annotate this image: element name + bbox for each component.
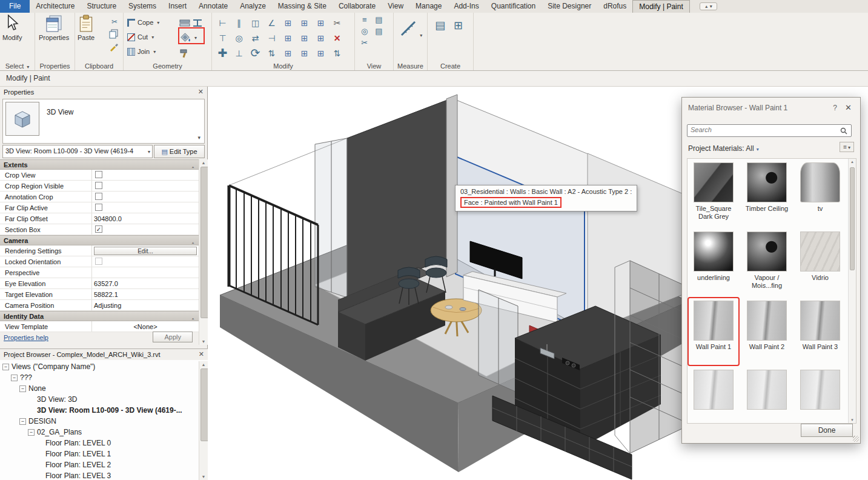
- measure-arrows-icon[interactable]: ⇅: [329, 48, 345, 58]
- tab-site-designer[interactable]: Site Designer: [542, 0, 597, 13]
- mirror-icon[interactable]: ◫: [247, 18, 263, 28]
- material-timber-ceiling[interactable]: Timber Ceiling: [743, 162, 790, 213]
- thin-lines-icon[interactable]: ≡: [361, 15, 368, 24]
- far-clip-offset-value[interactable]: 304800.0: [92, 213, 199, 224]
- scroll-down-icon[interactable]: ▼: [849, 418, 856, 422]
- annotation-crop-checkbox[interactable]: [95, 193, 102, 200]
- material-search-input[interactable]: [691, 126, 836, 133]
- glass-door[interactable]: [479, 290, 518, 393]
- paint-button[interactable]: ▾: [179, 30, 211, 45]
- swap-icon[interactable]: ⇄: [247, 33, 263, 43]
- scroll-down-icon[interactable]: ▼: [199, 339, 208, 344]
- join-geometry-button[interactable]: Join▾: [127, 44, 159, 59]
- group-extents[interactable]: Extents: [0, 159, 199, 170]
- project-browser-scrollbar[interactable]: ▲ ▼: [199, 361, 208, 480]
- tree-item-views[interactable]: −Views ("Company Name"): [0, 361, 199, 372]
- view-selector-combo[interactable]: 3D View: Room L10-009 - 3D View (4619-4 …: [2, 145, 153, 158]
- type-selector[interactable]: 3D View ▾: [2, 99, 205, 144]
- split-element-icon[interactable]: ✂: [329, 18, 345, 28]
- tab-add-ins[interactable]: Add-Ins: [448, 0, 485, 13]
- materials-scrollbar[interactable]: ▲ ▼: [848, 159, 856, 423]
- window-list-icon[interactable]: ▤: [375, 27, 382, 36]
- offset-lines-icon[interactable]: ∥: [231, 18, 247, 28]
- move-icon[interactable]: ✚: [214, 46, 231, 60]
- properties-close-icon[interactable]: ✕: [198, 88, 204, 96]
- delete-icon[interactable]: ✕: [329, 33, 345, 43]
- material-tv[interactable]: tv: [797, 162, 844, 213]
- far-clip-active-checkbox[interactable]: [95, 204, 102, 211]
- tab-drofus[interactable]: dRofus: [597, 0, 632, 13]
- array-icon[interactable]: ⊞: [280, 18, 296, 28]
- tab-structure[interactable]: Structure: [81, 0, 122, 13]
- scroll-up-icon[interactable]: ▲: [849, 160, 856, 164]
- tab-modify-paint[interactable]: Modify | Paint: [632, 0, 689, 13]
- target-elevation-value[interactable]: 58822.1: [92, 289, 199, 299]
- match-type-brush-icon[interactable]: [109, 42, 119, 52]
- tree-item-ga-plans[interactable]: −02_GA_Plans: [0, 427, 199, 438]
- tree-item-floor-plan-level3[interactable]: Floor Plan: LEVEL 3: [0, 470, 199, 480]
- pin-icon[interactable]: ⊥: [231, 48, 247, 58]
- align-arrows-icon[interactable]: ⇅: [263, 48, 280, 58]
- tree-item-unknown[interactable]: −???: [0, 372, 199, 383]
- material-partial-1[interactable]: [690, 370, 737, 412]
- material-vapour-moisture[interactable]: Vapour / Mois...fing: [743, 232, 790, 290]
- copy-array-icon[interactable]: ⊞: [313, 18, 329, 28]
- offset-icon[interactable]: ◎: [231, 33, 247, 43]
- measure-button[interactable]: ▾: [400, 20, 422, 39]
- cope-button[interactable]: Cope▾: [127, 15, 159, 30]
- cut-profile-icon[interactable]: ✂: [361, 38, 368, 47]
- rotate-icon[interactable]: ⟳: [247, 46, 263, 60]
- tree-item-design[interactable]: −DESIGN: [0, 416, 199, 427]
- tab-quantification[interactable]: Quantification: [485, 0, 542, 13]
- tab-manage[interactable]: Manage: [409, 0, 448, 13]
- collapse-icon[interactable]: −: [28, 429, 35, 436]
- scroll-up-icon[interactable]: ▲: [199, 362, 208, 367]
- collapse-icon[interactable]: −: [19, 385, 26, 392]
- properties-help-link[interactable]: Properties help: [4, 334, 48, 341]
- group-icon[interactable]: ⊞: [296, 18, 313, 28]
- done-button[interactable]: Done: [801, 424, 853, 437]
- select-panel-label[interactable]: Select ▾: [0, 62, 35, 70]
- dialog-help-icon[interactable]: ?: [833, 104, 837, 112]
- tab-massing-site[interactable]: Massing & Site: [272, 0, 333, 13]
- array-row-icon[interactable]: ⊞: [280, 48, 296, 58]
- material-wall-paint-3[interactable]: Wall Paint 3: [797, 301, 844, 351]
- scale-grid-icon[interactable]: ⊞: [313, 33, 329, 43]
- project-materials-filter[interactable]: Project Materials: All▾: [688, 144, 759, 153]
- material-vidrio[interactable]: Vidrio: [797, 232, 844, 282]
- material-wall-paint-1[interactable]: Wall Paint 1: [690, 301, 737, 351]
- tree-item-3d-view-3d[interactable]: 3D View: 3D: [0, 394, 199, 405]
- section-box-checkbox[interactable]: ✓: [95, 225, 102, 233]
- window-tile-icon[interactable]: ▤: [375, 15, 382, 24]
- properties-toggle-button[interactable]: Properties: [39, 15, 69, 41]
- beam-joins-icon[interactable]: [192, 18, 203, 28]
- tab-architecture[interactable]: Architecture: [30, 0, 81, 13]
- cut-to-clipboard-icon[interactable]: ✂: [109, 18, 120, 26]
- ungroup-icon[interactable]: ⊞: [313, 48, 329, 58]
- collapse-icon[interactable]: −: [19, 418, 26, 425]
- material-partial-3[interactable]: [797, 370, 844, 412]
- scroll-up-icon[interactable]: ▲: [199, 161, 208, 165]
- apply-button[interactable]: Apply: [153, 332, 193, 342]
- project-browser-close-icon[interactable]: ✕: [199, 350, 204, 358]
- crop-region-visible-checkbox[interactable]: [95, 182, 102, 189]
- dialog-resize-grip[interactable]: [853, 436, 859, 442]
- tab-insert[interactable]: Insert: [162, 0, 193, 13]
- collapse-icon[interactable]: −: [2, 364, 9, 370]
- edit-type-button[interactable]: ▤ Edit Type: [154, 145, 205, 158]
- view-options-button[interactable]: ≡▾: [840, 142, 854, 152]
- materials-scrollbar-thumb[interactable]: [850, 167, 855, 270]
- ribbon-display-toggle[interactable]: ▲▾: [700, 2, 717, 10]
- scroll-down-icon[interactable]: ▼: [199, 475, 208, 479]
- group-identity-data[interactable]: Identity Data: [0, 311, 199, 321]
- crop-view-checkbox[interactable]: [95, 171, 102, 178]
- create-group-icon[interactable]: ▤: [435, 19, 445, 32]
- search-icon[interactable]: [840, 127, 847, 135]
- rendering-settings-edit-button[interactable]: Edit...: [94, 247, 197, 255]
- demolish-hammer-icon[interactable]: [179, 48, 190, 59]
- matrix-icon[interactable]: ⊞: [296, 33, 313, 43]
- locked-orientation-checkbox[interactable]: [95, 258, 102, 265]
- tab-analyze[interactable]: Analyze: [234, 0, 272, 13]
- paste-button[interactable]: Paste: [78, 15, 94, 41]
- collapse-icon[interactable]: −: [11, 375, 18, 381]
